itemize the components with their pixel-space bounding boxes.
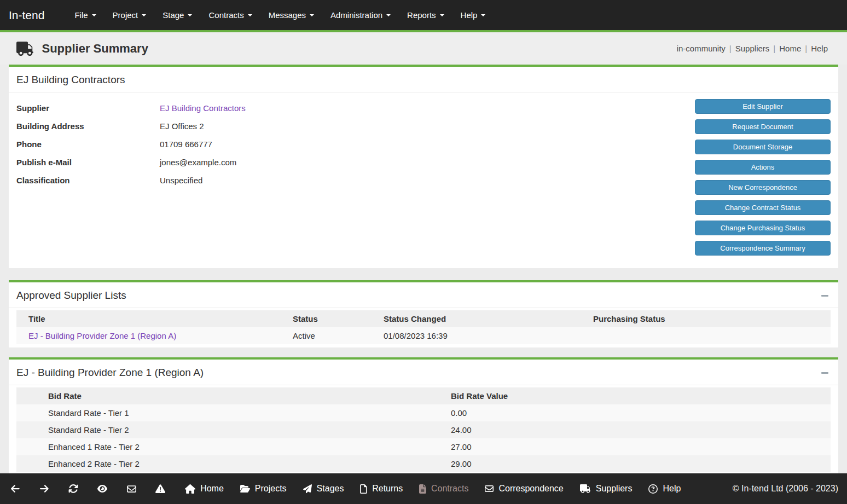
menu-label: Messages: [269, 10, 306, 20]
breadcrumb-link-home[interactable]: Home: [779, 44, 801, 53]
refresh-button[interactable]: [67, 484, 80, 494]
menu-file[interactable]: File: [66, 0, 104, 30]
cell-status: Active: [293, 327, 384, 344]
menu-label: Stage: [163, 10, 184, 20]
new-correspondence-button[interactable]: New Correspondence: [695, 180, 831, 195]
document-storage-button[interactable]: Document Storage: [695, 140, 831, 154]
field-label: Phone: [16, 140, 160, 149]
forward-button[interactable]: [38, 484, 51, 494]
caret-down-icon: [142, 14, 146, 16]
copyright-text: © In-tend Ltd (2006 - 2023): [733, 484, 838, 494]
bid-rates-table: Bid Rate Bid Rate Value Standard Rate - …: [16, 387, 831, 472]
home-icon: [185, 484, 195, 494]
footer-nav-label: Help: [663, 484, 681, 494]
col-bid-rate: Bid Rate: [48, 387, 451, 404]
caret-down-icon: [386, 14, 391, 16]
footer-nav-label: Stages: [317, 484, 344, 494]
collapse-panel-button[interactable]: [820, 293, 829, 299]
supplier-actions: Edit Supplier Request Document Document …: [695, 99, 831, 261]
approved-lists-table-wrap: Title Status Status Changed Purchasing S…: [9, 308, 838, 347]
footer-nav-returns[interactable]: Returns: [360, 484, 403, 494]
minus-icon: [821, 295, 828, 297]
menu-administration[interactable]: Administration: [322, 0, 399, 30]
footer-nav-projects[interactable]: Projects: [240, 484, 287, 494]
table-row: Standard Rate - Tier 2 24.00: [16, 421, 831, 438]
supplier-panel-heading: EJ Building Contractors: [9, 67, 838, 92]
menu-help[interactable]: Help: [452, 0, 494, 30]
bid-rates-heading: EJ - Building Provider Zone 1 (Region A): [9, 360, 838, 385]
back-button[interactable]: [9, 484, 22, 494]
alerts-button[interactable]: [154, 484, 167, 494]
supplier-panel-body: Supplier EJ Building Contractors Buildin…: [9, 92, 838, 268]
eye-icon: [97, 484, 107, 493]
minus-icon: [821, 372, 828, 374]
footer-nav-label: Correspondence: [498, 484, 563, 494]
footer-nav-label: Returns: [372, 484, 403, 494]
envelope-icon: [127, 484, 136, 494]
footer-nav-correspondence[interactable]: Correspondence: [485, 484, 563, 494]
change-contract-status-button[interactable]: Change Contract Status: [695, 200, 831, 215]
menu-contracts[interactable]: Contracts: [200, 0, 260, 30]
cell-bid-rate-value: 24.00: [451, 421, 831, 438]
menu-project[interactable]: Project: [105, 0, 155, 30]
edit-supplier-button[interactable]: Edit Supplier: [695, 99, 831, 114]
warning-icon: [155, 484, 165, 494]
footer-nav-help[interactable]: Help: [648, 484, 681, 494]
field-label: Supplier: [16, 103, 160, 113]
footer-nav-stages[interactable]: Stages: [303, 484, 344, 494]
messages-button[interactable]: [125, 484, 138, 494]
cell-bid-rate-value: 27.00: [451, 438, 831, 455]
breadcrumb-link-suppliers[interactable]: Suppliers: [735, 44, 770, 53]
arrow-left-icon: [11, 484, 20, 494]
menu-label: Administration: [330, 10, 382, 20]
footer-nav-home[interactable]: Home: [185, 484, 224, 494]
page-title: Supplier Summary: [42, 42, 148, 56]
truck-icon: [580, 484, 591, 493]
request-document-button[interactable]: Request Document: [695, 119, 831, 134]
field-value: 01709 666777: [160, 140, 212, 149]
menu-stage[interactable]: Stage: [154, 0, 200, 30]
table-row: Standard Rate - Tier 1 0.00: [16, 404, 831, 421]
col-title: Title: [28, 310, 293, 327]
envelope-icon: [485, 484, 494, 493]
field-label: Publish e-Mail: [16, 158, 160, 167]
field-value: jones@example.com: [160, 158, 236, 167]
footer-nav-contracts-active[interactable]: Contracts: [419, 484, 468, 494]
actions-button[interactable]: Actions: [695, 160, 831, 175]
menu-messages[interactable]: Messages: [260, 0, 322, 30]
table-header-row: Title Status Status Changed Purchasing S…: [16, 310, 831, 327]
breadcrumb-separator: |: [773, 44, 775, 53]
cell-bid-rate: Enhanced 2 Rate - Tier 2: [48, 455, 451, 472]
menu-reports[interactable]: Reports: [399, 0, 452, 30]
brand-logo[interactable]: In-tend: [9, 9, 44, 22]
change-purchasing-status-button[interactable]: Change Purchasing Status: [695, 221, 831, 235]
breadcrumb-link-in-community[interactable]: in-community: [677, 44, 726, 53]
footer-nav-label: Contracts: [431, 484, 468, 494]
footer-nav: Home Projects Stages Returns Contracts C…: [185, 484, 697, 494]
field-value: EJ Offices 2: [160, 121, 204, 131]
menu-label: Help: [461, 10, 478, 20]
table-row: Enhanced 1 Rate - Tier 2 27.00: [16, 438, 831, 455]
supplier-panel: EJ Building Contractors Supplier EJ Buil…: [9, 65, 838, 268]
cell-bid-rate: Standard Rate - Tier 2: [48, 421, 451, 438]
folder-open-icon: [240, 484, 250, 493]
cell-bid-rate: Enhanced 1 Rate - Tier 2: [48, 438, 451, 455]
correspondence-summary-button[interactable]: Correspondence Summary: [695, 241, 831, 256]
col-bid-rate-value: Bid Rate Value: [451, 387, 831, 404]
breadcrumb-link-help[interactable]: Help: [811, 44, 828, 53]
bid-rates-panel: EJ - Building Provider Zone 1 (Region A)…: [9, 357, 838, 476]
approved-lists-heading: Approved Supplier Lists: [9, 282, 838, 308]
watch-button[interactable]: [96, 484, 109, 493]
approved-lists-panel: Approved Supplier Lists Title Status Sta…: [9, 280, 838, 347]
collapse-panel-button[interactable]: [820, 370, 829, 376]
cell-purchasing-status: [593, 327, 831, 344]
bid-rates-title: EJ - Building Provider Zone 1 (Region A): [16, 367, 204, 379]
bid-rates-table-wrap: Bid Rate Bid Rate Value Standard Rate - …: [9, 385, 838, 476]
approved-list-link[interactable]: EJ - Building Provider Zone 1 (Region A): [28, 331, 176, 340]
truck-icon: [16, 42, 34, 56]
footer-nav-suppliers[interactable]: Suppliers: [580, 484, 633, 494]
paper-plane-icon: [303, 484, 312, 493]
cell-bid-rate-value: 29.00: [451, 455, 831, 472]
supplier-link[interactable]: EJ Building Contractors: [160, 103, 246, 113]
approved-lists-title: Approved Supplier Lists: [16, 289, 126, 302]
